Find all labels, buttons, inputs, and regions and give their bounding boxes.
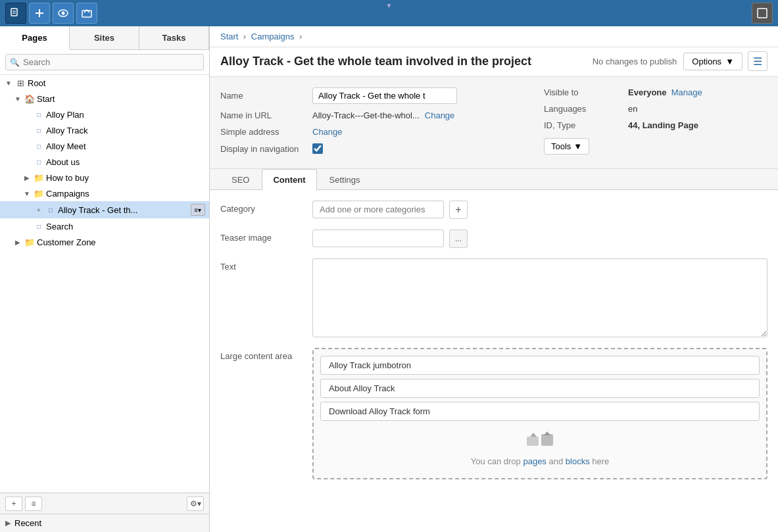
svg-rect-9 — [527, 437, 539, 446]
tab-seo[interactable]: SEO — [220, 169, 260, 190]
publish-toolbar-btn[interactable] — [76, 3, 97, 24]
tab-tasks[interactable]: Tasks — [139, 26, 209, 49]
alloy-track-get-page-icon: □ — [45, 205, 56, 215]
pages-toolbar-btn[interactable] — [5, 3, 26, 24]
sidebar-search-area: 🔍 — [0, 50, 209, 75]
teaser-label: Teaser image — [220, 230, 312, 243]
customer-zone-folder-icon: 📁 — [24, 237, 35, 247]
url-value: Alloy-Track---Get-the-whol... Change — [312, 110, 531, 120]
name-value — [312, 87, 531, 104]
text-textarea[interactable] — [312, 258, 767, 337]
tree-item-start[interactable]: ▼ 🏠 Start — [0, 91, 209, 107]
tools-btn[interactable]: Tools ▼ — [544, 138, 589, 155]
how-to-buy-expand[interactable]: ▶ — [22, 173, 32, 182]
tree-options-btn[interactable]: ≡▾ — [191, 204, 205, 216]
url-text: Alloy-Track---Get-the-whol... — [312, 110, 420, 120]
campaigns-folder-icon: 📁 — [34, 188, 44, 199]
category-input[interactable] — [312, 201, 444, 218]
tree-item-root[interactable]: ▼ ⊞ Root — [0, 75, 209, 91]
properties-panel: Name Name in URL Alloy-Track---Get-the-w… — [210, 77, 778, 169]
tree-label-alloy-track: Alloy Track — [46, 126, 205, 135]
drop-icon — [320, 431, 760, 451]
tab-pages[interactable]: Pages — [0, 26, 70, 50]
visible-to-value: Everyone Manage — [628, 87, 767, 97]
add-category-btn[interactable]: + — [449, 201, 468, 219]
gear-btn[interactable]: ⚙▾ — [187, 496, 204, 511]
tree-item-alloy-track-get[interactable]: + □ Alloy Track - Get th... ≡▾ — [0, 201, 209, 218]
teaser-browse-btn[interactable]: ... — [449, 230, 468, 248]
alloy-track-get-expand[interactable]: + — [34, 205, 43, 214]
simple-address-row: Simple address Change — [220, 127, 531, 137]
simple-address-change-link[interactable]: Change — [312, 127, 343, 137]
breadcrumb-campaigns[interactable]: Campaigns — [251, 32, 295, 41]
large-content-row: Large content area Alloy Track jumbotron… — [220, 348, 767, 479]
name-input[interactable] — [312, 87, 457, 104]
search-input[interactable] — [5, 54, 204, 70]
tree-item-how-to-buy[interactable]: ▶ 📁 How to buy — [0, 170, 209, 185]
url-change-link[interactable]: Change — [425, 110, 455, 120]
teaser-input[interactable] — [312, 230, 444, 247]
alloy-meet-expand: ▶ — [22, 141, 32, 151]
root-expand[interactable]: ▼ — [4, 78, 13, 87]
tree-label-search: Search — [46, 222, 205, 231]
drop-blocks-link[interactable]: blocks — [566, 456, 590, 466]
top-toolbar: ▼ — [0, 0, 778, 26]
svg-rect-0 — [11, 9, 17, 16]
tree-label-alloy-track-get: Alloy Track - Get th... — [58, 205, 191, 215]
block-item-1[interactable]: About Alloy Track — [320, 379, 760, 398]
text-label: Text — [220, 258, 312, 272]
manage-link[interactable]: Manage — [671, 87, 702, 97]
breadcrumb-sep1: › — [243, 32, 249, 41]
tree-item-about-us[interactable]: ▶ □ About us — [0, 154, 209, 170]
tab-content[interactable]: Content — [262, 169, 316, 190]
teaser-field: ... — [312, 230, 767, 248]
props-right-col: Visible to Everyone Manage Languages en … — [531, 87, 767, 160]
large-content-drop[interactable]: Alloy Track jumbotron About Alloy Track … — [312, 348, 767, 479]
props-container: Name Name in URL Alloy-Track---Get-the-w… — [220, 87, 767, 160]
svg-marker-11 — [530, 433, 537, 437]
recent-label: Recent — [14, 518, 41, 528]
visible-to-text: Everyone — [628, 87, 667, 97]
expand-arrow[interactable]: ▼ — [383, 0, 396, 11]
svg-point-6 — [62, 12, 65, 15]
breadcrumb-start[interactable]: Start — [220, 32, 238, 41]
tree-item-alloy-meet[interactable]: ▶ □ Alloy Meet — [0, 138, 209, 154]
breadcrumb: Start › Campaigns › — [220, 32, 304, 41]
tab-sites[interactable]: Sites — [70, 26, 139, 49]
tree-item-campaigns[interactable]: ▼ 📁 Campaigns — [0, 185, 209, 201]
display-nav-checkbox[interactable] — [312, 143, 323, 154]
tab-settings[interactable]: Settings — [318, 169, 372, 190]
window-btn[interactable] — [752, 3, 773, 24]
page-header: Start › Campaigns › — [210, 26, 778, 47]
drop-zone-hint: You can drop pages and blocks here — [320, 431, 760, 466]
how-to-buy-folder-icon: 📁 — [34, 172, 44, 183]
options-btn[interactable]: Options ▼ — [683, 53, 742, 70]
menu-btn[interactable]: ≡ — [25, 496, 42, 511]
props-right-grid: Visible to Everyone Manage Languages en … — [544, 87, 767, 130]
add-page-btn[interactable]: + — [5, 496, 22, 511]
block-item-0[interactable]: Alloy Track jumbotron — [320, 356, 760, 375]
block-item-2[interactable]: Download Alloy Track form — [320, 402, 760, 421]
drop-pages-link[interactable]: pages — [523, 456, 546, 466]
tree-item-alloy-track[interactable]: ▶ □ Alloy Track — [0, 122, 209, 138]
tools-label: Tools — [551, 141, 571, 151]
recent-bar[interactable]: ▶ Recent — [0, 514, 209, 532]
customer-zone-expand[interactable]: ▶ — [13, 237, 22, 247]
campaigns-expand[interactable]: ▼ — [22, 189, 32, 198]
alloy-track-page-icon: □ — [34, 125, 44, 135]
block-label-0: Alloy Track jumbotron — [329, 360, 411, 370]
tree-item-customer-zone[interactable]: ▶ 📁 Customer Zone — [0, 234, 209, 250]
category-field: + — [312, 201, 767, 219]
tree-item-search[interactable]: ▶ □ Search — [0, 218, 209, 234]
svg-rect-8 — [758, 9, 767, 18]
tree-label-about-us: About us — [46, 157, 205, 167]
tree-label-start: Start — [37, 94, 205, 104]
start-expand[interactable]: ▼ — [13, 94, 22, 103]
about-us-expand: ▶ — [22, 157, 32, 166]
preview-toolbar-btn[interactable] — [53, 3, 74, 24]
drop-hint-text: You can drop pages and blocks here — [471, 456, 610, 466]
options-label: Options — [692, 57, 721, 66]
list-view-btn[interactable]: ☰ — [748, 51, 767, 71]
tree-item-alloy-plan[interactable]: ▶ □ Alloy Plan — [0, 107, 209, 122]
add-toolbar-btn[interactable] — [29, 3, 50, 24]
